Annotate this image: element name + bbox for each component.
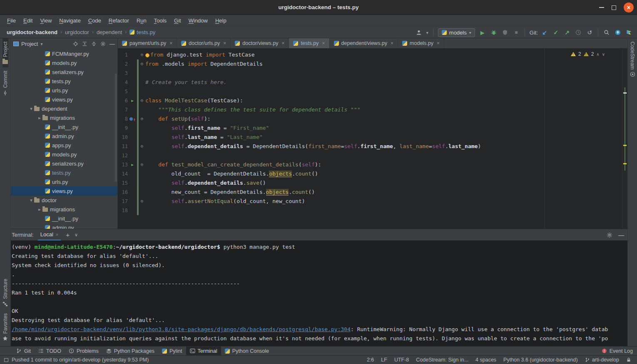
toolwindow-problems[interactable]: Problems (65, 347, 102, 355)
stripe-tab-favorites[interactable]: Favorites (2, 310, 8, 344)
status-arti-develop[interactable]: arti-develop (585, 357, 619, 363)
menu-git[interactable]: Git (170, 17, 185, 24)
commit-button[interactable]: ✓ (552, 29, 560, 36)
line-number[interactable]: 11 (118, 142, 129, 151)
editor-tab[interactable]: payment/urls.py× (118, 38, 177, 48)
plugin-icon[interactable] (625, 29, 633, 36)
editor-tab[interactable]: doctor/urls.py× (177, 38, 231, 48)
menu-refactor[interactable]: Refactor (105, 17, 133, 24)
restore-button[interactable] (612, 5, 616, 10)
terminal-output[interactable]: (venv) mind@mind-Latitude-E5470:~/urgido… (11, 240, 627, 346)
close-icon[interactable]: × (322, 40, 325, 46)
toolwindow-git[interactable]: Git (12, 347, 35, 355)
line-number[interactable]: 12 (118, 151, 129, 160)
next-warning-icon[interactable]: ∨ (602, 52, 605, 57)
close-icon[interactable]: × (437, 40, 440, 46)
toolwindow-python-console[interactable]: Python Console (221, 347, 273, 355)
status-lf[interactable]: LF (381, 357, 387, 363)
close-icon[interactable]: × (56, 232, 58, 237)
intention-bulb-icon[interactable] (145, 53, 149, 57)
close-icon[interactable]: × (223, 40, 226, 46)
toolwindow-terminal[interactable]: Terminal (186, 347, 221, 355)
code-editor[interactable]: 1⊖from django.test import TestCase2⊖from… (118, 49, 627, 229)
expand-collapse-icon[interactable] (91, 41, 97, 47)
stripe-tab-structure[interactable]: Structure (2, 275, 8, 310)
line-number[interactable]: 8 (118, 114, 129, 124)
prev-warning-icon[interactable]: ∧ (596, 52, 599, 57)
tree-item[interactable]: urls.py (11, 177, 117, 186)
search-everywhere-button[interactable] (603, 29, 610, 36)
tree-scrollbar[interactable] (115, 74, 117, 182)
tree-item[interactable]: admin.py (11, 223, 117, 229)
fold-icon[interactable]: ⊖ (139, 50, 145, 59)
line-number[interactable]: 16 (118, 188, 129, 197)
tree-item[interactable]: tests.py (11, 168, 117, 177)
hide-terminal-icon[interactable]: — (618, 232, 624, 238)
breadcrumb-item[interactable]: tests.py (129, 29, 155, 35)
fold-icon[interactable]: ⊖ (139, 160, 145, 169)
line-number[interactable]: 9 (118, 124, 129, 133)
fold-icon[interactable]: ⊖ (139, 142, 145, 151)
toolwindow-python-packages[interactable]: Python Packages (102, 347, 158, 355)
toolwindow-toggle-icon[interactable] (4, 358, 8, 362)
project-panel-title[interactable]: Project (21, 41, 38, 47)
event-log-button[interactable]: Event Log (602, 348, 633, 354)
status-2-6[interactable]: 2:6 (367, 357, 374, 363)
tree-item[interactable]: models.py (11, 58, 117, 67)
gear-icon[interactable] (607, 232, 612, 238)
menu-view[interactable]: View (36, 17, 55, 24)
line-number[interactable]: 15 (118, 178, 129, 188)
user-dropdown-caret[interactable]: ▾ (426, 30, 428, 35)
line-number[interactable]: 5 (118, 87, 129, 96)
push-button[interactable]: ↗ (563, 29, 571, 36)
line-number[interactable]: 3 (118, 69, 129, 78)
editor-tab[interactable]: doctor/views.py× (231, 38, 289, 48)
line-number[interactable]: 17 (118, 197, 129, 206)
user-icon[interactable] (415, 29, 423, 36)
run-icon[interactable]: ▶ (131, 160, 133, 169)
locate-icon[interactable] (73, 41, 78, 47)
stripe-tab-commit[interactable]: Commit (2, 67, 8, 99)
rollback-button[interactable]: ↺ (586, 29, 593, 36)
tree-item[interactable]: views.py (11, 186, 117, 196)
ide-update-icon[interactable] (614, 29, 622, 36)
run-config-select[interactable]: models ▾ (438, 28, 475, 37)
close-icon[interactable]: × (391, 40, 393, 46)
hide-panel-icon[interactable]: — (109, 41, 115, 47)
menu-help[interactable]: Help (212, 17, 230, 24)
tree-item[interactable]: views.py (11, 95, 117, 104)
run-icon[interactable]: ▶ (131, 96, 133, 105)
menu-edit[interactable]: Edit (20, 17, 36, 24)
fold-icon[interactable]: ⊖ (139, 59, 145, 69)
status-utf-8[interactable]: UTF-8 (394, 357, 409, 363)
line-number[interactable]: 14 (118, 169, 129, 178)
stop-button[interactable]: ■ (513, 29, 520, 36)
stripe-tab-project[interactable]: Project (2, 38, 8, 67)
line-number[interactable]: 7 (118, 105, 129, 114)
editor-scrollbar[interactable] (622, 49, 627, 229)
chevron-down-icon[interactable]: ∨ (75, 232, 78, 238)
stripe-tab-codestream[interactable]: CodeStream (630, 38, 635, 80)
close-button[interactable]: × (624, 2, 634, 12)
tree-item[interactable]: FCMManger.py (11, 49, 117, 58)
collapse-all-icon[interactable] (82, 41, 87, 47)
menu-run[interactable]: Run (133, 17, 150, 24)
toolwindow-pylint[interactable]: Pylint (158, 347, 186, 355)
chevron-down-icon[interactable]: ▾ (40, 42, 42, 46)
status-lock[interactable] (626, 357, 631, 362)
editor-tab[interactable]: tests.py× (289, 38, 329, 48)
status-4-spaces[interactable]: 4 spaces (475, 357, 496, 363)
fold-icon[interactable]: ⊖ (139, 197, 145, 206)
close-icon[interactable]: × (281, 40, 284, 46)
menu-file[interactable]: File (3, 17, 20, 24)
tree-item[interactable]: ▸migrations (11, 205, 117, 214)
terminal-tab-local[interactable]: Local × (38, 229, 61, 240)
coverage-button[interactable] (501, 29, 509, 36)
toolwindow-todo[interactable]: TODO (35, 347, 65, 355)
gear-icon[interactable] (100, 41, 106, 47)
tree-item[interactable]: apps.py (11, 141, 117, 150)
close-icon[interactable]: × (169, 40, 172, 46)
breadcrumb-item[interactable]: urgidoctor (65, 29, 89, 35)
tree-item[interactable]: ▾doctor (11, 196, 117, 205)
tree-item[interactable]: ▾dependent (11, 104, 117, 113)
